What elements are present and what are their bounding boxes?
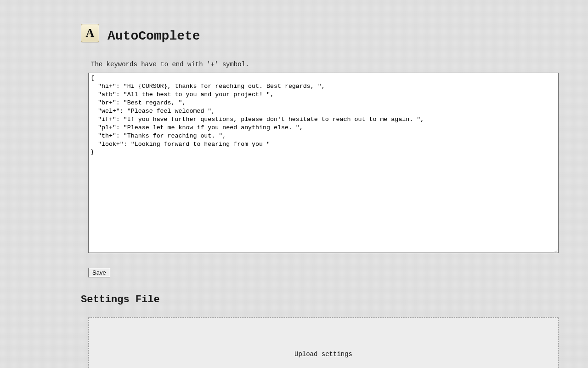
save-button[interactable]: Save: [88, 268, 110, 277]
app-logo-icon: A: [81, 24, 99, 42]
upload-settings-dropzone[interactable]: Upload settings: [88, 317, 559, 368]
instructions-text: The keywords have to end with '+' symbol…: [91, 61, 559, 68]
upload-settings-label: Upload settings: [294, 351, 352, 358]
settings-file-heading: Settings File: [81, 294, 559, 305]
page-title: AutoComplete: [107, 29, 200, 43]
header: A AutoComplete: [81, 24, 559, 42]
keywords-editor[interactable]: [88, 73, 559, 253]
